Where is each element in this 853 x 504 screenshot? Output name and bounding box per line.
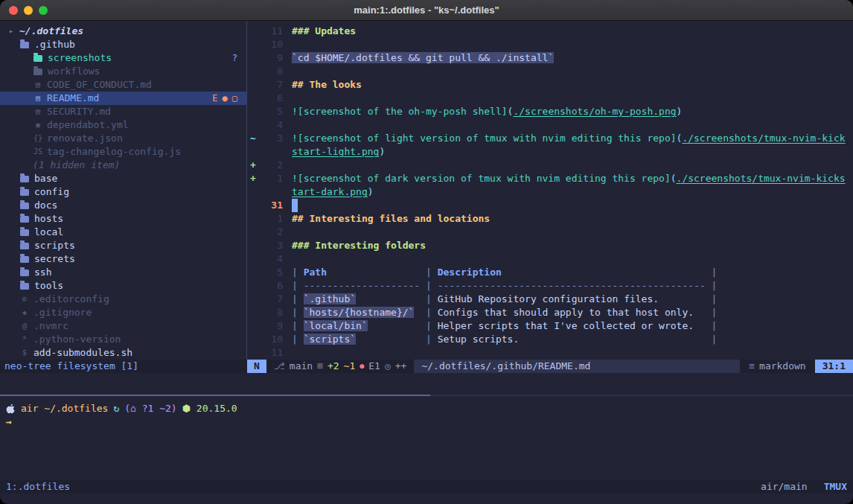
- tree-item-label: tools: [34, 279, 63, 293]
- tree-item-renovate.json[interactable]: {}renovate.json: [0, 132, 246, 145]
- editor-line[interactable]: 31: [247, 199, 853, 212]
- editor-line[interactable]: tart-dark.png): [247, 185, 853, 199]
- tree-item-docs[interactable]: docs: [0, 199, 246, 212]
- tree-item-screenshots[interactable]: screenshots?: [0, 51, 246, 65]
- editor-line[interactable]: +2: [247, 159, 853, 172]
- text-token: |: [426, 280, 438, 291]
- editor-line[interactable]: 1## Interesting files and locations: [247, 212, 853, 226]
- gutter-sign: [247, 145, 261, 159]
- editor-line[interactable]: 7## The looks: [247, 78, 853, 92]
- editor-line[interactable]: 11### Updates: [247, 25, 853, 38]
- tree-item-label: SECURITY.md: [47, 105, 111, 118]
- text-token: [420, 280, 426, 291]
- text-token: (: [671, 173, 677, 184]
- command-line: [0, 373, 853, 395]
- text-token: |: [292, 334, 304, 345]
- editor-line[interactable]: 10: [247, 38, 853, 51]
- close-button[interactable]: [9, 6, 18, 15]
- tree-item-tag-changelog-config.js[interactable]: JStag-changelog-config.js: [0, 145, 246, 159]
- error-icon: ●: [360, 360, 364, 373]
- text-token: `scripts`: [304, 334, 356, 345]
- gutter-sign: [247, 92, 261, 105]
- tree-item-.nvmrc[interactable]: @.nvmrc: [0, 319, 246, 333]
- tree-item-dependabot.yml[interactable]: ◉dependabot.yml: [0, 118, 246, 132]
- tree-item-.github[interactable]: .github: [0, 38, 246, 51]
- editor-pane[interactable]: 11### Updates109`cd $HOME/.dotfiles && g…: [247, 21, 853, 360]
- tree-item-label: .nvmrc: [33, 319, 68, 333]
- tree-item--.dotfiles[interactable]: ▸~/.dotfiles: [0, 25, 246, 38]
- tree-item-config[interactable]: config: [0, 185, 246, 199]
- neotree-statusline[interactable]: neo-tree filesystem [1]: [0, 360, 247, 373]
- tmux-window-item[interactable]: 1:.dotfiles: [6, 480, 70, 494]
- editor-line[interactable]: 8| `hosts/{hostname}/` | Configs that sh…: [247, 306, 853, 319]
- tree-item-ssh[interactable]: ssh: [0, 266, 246, 279]
- tree-item-.editorconfig[interactable]: ⚙.editorconfig: [0, 293, 246, 306]
- status-badge: ●: [223, 92, 228, 105]
- editor-line[interactable]: +1![screenshot of dark version of tmux w…: [247, 172, 853, 185]
- editor-line[interactable]: 6: [247, 92, 853, 105]
- editor-line[interactable]: 11: [247, 346, 853, 360]
- updates-icon: ◎: [385, 360, 391, 373]
- bottom-padding: [0, 494, 853, 504]
- tree-item-security.md[interactable]: ▤SECURITY.md: [0, 105, 246, 118]
- text-token: |: [292, 280, 304, 291]
- gutter-sign: [247, 252, 261, 266]
- line-number: 10: [261, 333, 283, 346]
- folder-icon: [20, 256, 29, 263]
- editor-line[interactable]: 9| `local/bin` | Helper scripts that I'v…: [247, 319, 853, 333]
- editor-line[interactable]: 8: [247, 65, 853, 78]
- line-number: 3: [261, 132, 283, 145]
- status-badge: ▢: [232, 92, 237, 105]
- editor-line[interactable]: start-light.png): [247, 145, 853, 159]
- text-token: ): [677, 106, 683, 117]
- editor-line-text: | Path | Description |: [283, 266, 717, 279]
- tree-item-secrets[interactable]: secrets: [0, 252, 246, 266]
- tree-item-label: .gitignore: [33, 306, 92, 319]
- tmux-bar-spacer: [70, 480, 761, 494]
- tree-item-local[interactable]: local: [0, 226, 246, 239]
- tree-item-hosts[interactable]: hosts: [0, 212, 246, 226]
- editor-line[interactable]: 6| -------------------- | --------------…: [247, 279, 853, 293]
- text-token: |: [712, 293, 718, 304]
- editor-line[interactable]: 2: [247, 226, 853, 239]
- tree-item-add-submodules.sh[interactable]: $add-submodules.sh: [0, 346, 246, 360]
- tree-item-code-of-conduct.md[interactable]: ▤CODE_OF_CONDUCT.md: [0, 78, 246, 92]
- editor-line[interactable]: 5![screenshot of the oh-my-posh shell](.…: [247, 105, 853, 118]
- editor-line-text: [283, 92, 292, 105]
- editor-line[interactable]: 3### Interesting folders: [247, 239, 853, 252]
- text-token: `hosts/{hostname}/`: [304, 307, 415, 318]
- zoom-button[interactable]: [39, 6, 48, 15]
- gutter-sign: [247, 293, 261, 306]
- tree-item-.gitignore[interactable]: ◈.gitignore: [0, 306, 246, 319]
- filetype-indicator: ≡ markdown: [740, 360, 814, 373]
- tree-item--1-hidden-item-[interactable]: (1 hidden item): [0, 159, 246, 172]
- shell-pane[interactable]: air ~/.dotfiles ↻ (⌂ ?1 ~2) ⬢ 20.15.0 →: [0, 396, 853, 480]
- editor-line[interactable]: 9`cd $HOME/.dotfiles && git pull && ./in…: [247, 51, 853, 65]
- line-number: 7: [261, 78, 283, 92]
- text-token: GitHub Repository configuration files.: [438, 293, 659, 304]
- editor-line[interactable]: 5| Path | Description |: [247, 266, 853, 279]
- folder-icon: [33, 68, 42, 75]
- line-number: 5: [261, 105, 283, 118]
- tree-item-readme.md[interactable]: ▤README.mdE●▢: [0, 92, 246, 105]
- text-token: |: [292, 307, 304, 318]
- editor-line[interactable]: ~3![screenshot of light version of tmux …: [247, 132, 853, 145]
- tmux-session-name: air/main: [761, 480, 808, 494]
- tree-item-workflows[interactable]: workflows: [0, 65, 246, 78]
- minimize-button[interactable]: [24, 6, 33, 15]
- editor-line[interactable]: 10| `scripts` | Setup scripts. |: [247, 333, 853, 346]
- editor-line[interactable]: 4: [247, 252, 853, 266]
- file-git-icon: ◈: [19, 306, 30, 319]
- text-token: [519, 334, 711, 345]
- tree-item-tools[interactable]: tools: [0, 279, 246, 293]
- tree-item-scripts[interactable]: scripts: [0, 239, 246, 252]
- git-branch-name: main: [290, 360, 313, 373]
- tree-item-.python-version[interactable]: *.python-version: [0, 333, 246, 346]
- editor-line[interactable]: 7| `.github` | GitHub Repository configu…: [247, 293, 853, 306]
- gutter-sign: [247, 118, 261, 132]
- tree-item-label: screenshots: [48, 51, 112, 65]
- tree-item-base[interactable]: base: [0, 172, 246, 185]
- terminal-content: ▸~/.dotfiles.githubscreenshots?workflows…: [0, 21, 853, 504]
- neo-tree-panel[interactable]: ▸~/.dotfiles.githubscreenshots?workflows…: [0, 21, 246, 360]
- editor-line[interactable]: 4: [247, 118, 853, 132]
